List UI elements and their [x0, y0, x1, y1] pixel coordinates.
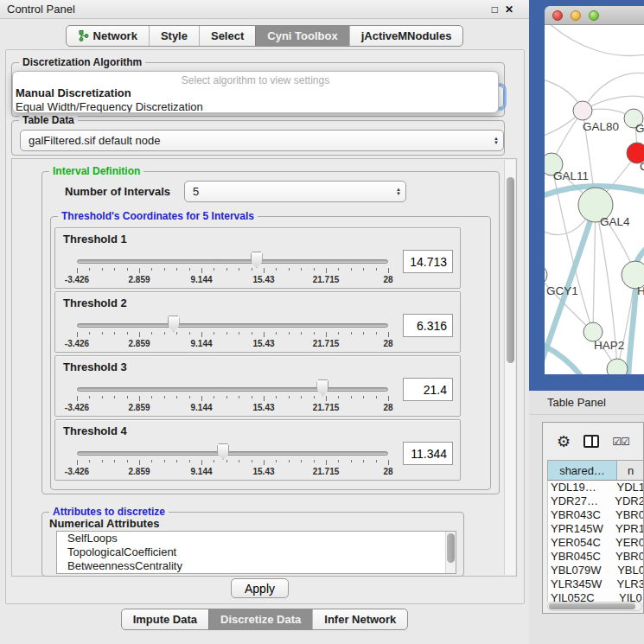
tab-cyni-toolbox[interactable]: Cyni Toolbox	[255, 26, 348, 46]
table-cell-name: YDR2	[613, 494, 644, 508]
number-of-intervals-value: 5	[193, 185, 199, 198]
slider-tick-label: 9.144	[190, 403, 212, 412]
slider-tick-label: -3.426	[65, 275, 89, 284]
threshold-value-field[interactable]	[403, 378, 453, 401]
tab-label: Impute Data	[133, 613, 197, 626]
table-row[interactable]: YBR043CYBR0	[548, 508, 644, 522]
table-header-name[interactable]: n	[617, 461, 644, 480]
slider-track[interactable]	[77, 323, 388, 328]
slider-track[interactable]	[77, 259, 388, 264]
tab-label: Cyni Toolbox	[267, 29, 337, 42]
slider-handle[interactable]	[316, 379, 328, 396]
network-node[interactable]	[573, 101, 592, 120]
table-row[interactable]: YLR345WYLR3	[548, 577, 644, 591]
slider-major-tick	[388, 268, 389, 273]
table-row[interactable]: YBL079WYBL0	[548, 564, 644, 577]
numerical-attributes-list[interactable]: SelfLoopsTopologicalCoefficientBetweenne…	[56, 531, 456, 574]
slider-track[interactable]	[77, 387, 388, 392]
threshold-value-field[interactable]	[403, 314, 453, 337]
slider-tick-label: 15.43	[252, 275, 274, 284]
slider-handle[interactable]	[168, 316, 180, 332]
network-window-titlebar[interactable]	[545, 6, 644, 25]
table-header-shared[interactable]: shared…	[548, 461, 617, 480]
table-row[interactable]: YDL19…YDL1	[548, 481, 644, 494]
close-traffic-light-icon[interactable]	[552, 10, 563, 21]
settings-vertical-scrollbar[interactable]	[504, 160, 515, 575]
scrollbar-thumb[interactable]	[447, 533, 455, 563]
slider-major-tick	[264, 460, 265, 465]
slider-minor-tick	[164, 332, 165, 335]
slider-minor-tick	[314, 268, 315, 271]
slider-minor-tick	[89, 460, 90, 462]
tab-style[interactable]: Style	[149, 26, 199, 46]
slider-minor-tick	[314, 460, 315, 462]
tab-discretize-data[interactable]: Discretize Data	[208, 609, 312, 629]
table-row[interactable]: YDR27…YDR2	[548, 494, 644, 508]
slider-tick-label: 2.859	[128, 403, 150, 412]
slider-minor-tick	[127, 268, 128, 271]
table-data-combo[interactable]: galFiltered.sif default node ▲▼	[20, 130, 504, 151]
attribute-list-item[interactable]: SelfLoops	[57, 532, 456, 545]
threshold-row: Threshold 4-3.4262.8599.14415.4321.71528	[54, 419, 461, 481]
attributes-scrollbar[interactable]	[445, 532, 456, 573]
table-cell-shared: YBR045C	[548, 550, 614, 564]
network-node-label: C	[640, 160, 644, 173]
algorithm-option[interactable]: Manual Discretization	[13, 86, 498, 100]
network-node-label: HAP2	[594, 339, 624, 352]
control-panel-titlebar: Control Panel □ ✕	[0, 0, 529, 19]
number-of-intervals-combo[interactable]: 5 ▲▼	[184, 181, 406, 202]
threshold-row: Threshold 2-3.4262.8599.14415.4321.71528	[54, 291, 461, 353]
algorithm-option[interactable]: Equal Width/Frequency Discretization	[13, 100, 498, 113]
network-node-label: GAL4	[600, 215, 630, 228]
attribute-list-item[interactable]: TopologicalCoefficient	[57, 545, 456, 559]
tab-network[interactable]: Network	[67, 26, 149, 46]
interval-definition-title: Interval Definition	[49, 165, 143, 177]
tab-jactivemnodules[interactable]: jActiveMNodules	[349, 26, 463, 46]
slider-major-tick	[139, 332, 140, 337]
slider-minor-tick	[289, 396, 290, 399]
slider-tick-label: 28	[383, 467, 392, 476]
float-window-icon[interactable]: □	[492, 3, 498, 16]
threshold-value-field[interactable]	[403, 442, 453, 465]
network-node[interactable]	[607, 359, 628, 374]
scrollbar-thumb[interactable]	[507, 177, 514, 363]
table-row[interactable]: YPR145WYPR1	[548, 522, 644, 536]
slider-tick-label: 15.43	[252, 339, 274, 348]
minimize-traffic-light-icon[interactable]	[571, 10, 581, 21]
apply-button[interactable]: Apply	[231, 578, 289, 598]
algorithm-group-title: Discretization Algorithm	[19, 56, 145, 68]
network-node[interactable]	[545, 265, 547, 285]
table-horizontal-scrollbar[interactable]	[547, 602, 642, 611]
tab-impute-data[interactable]: Impute Data	[122, 609, 208, 629]
tab-infer-network[interactable]: Infer Network	[312, 609, 407, 629]
slider-minor-tick	[363, 460, 364, 462]
table-row[interactable]: YBR045CYBR0	[548, 550, 644, 564]
slider-minor-tick	[114, 268, 115, 271]
slider-handle[interactable]	[251, 252, 263, 268]
slider-tick-label: 2.859	[128, 467, 150, 476]
table-row[interactable]: YIL052CYIL0	[548, 591, 644, 602]
scrollbar-thumb[interactable]	[549, 603, 635, 609]
slider-tick-label: 28	[383, 403, 392, 412]
attribute-list-item[interactable]: BetweennessCentrality	[57, 559, 456, 573]
gear-icon[interactable]: ⚙	[557, 432, 571, 451]
slider-major-tick	[326, 268, 327, 273]
tab-label: Network	[93, 29, 137, 42]
column-layout-icon[interactable]	[583, 435, 599, 448]
checkboxes-icon[interactable]: ☑☑	[612, 436, 629, 448]
slider-minor-tick	[376, 460, 377, 462]
network-edge	[545, 343, 581, 374]
slider-minor-tick	[252, 396, 252, 399]
threshold-value-field[interactable]	[403, 250, 453, 273]
zoom-traffic-light-icon[interactable]	[589, 10, 599, 21]
slider-minor-tick	[301, 332, 302, 335]
tab-select[interactable]: Select	[199, 26, 255, 46]
table-row[interactable]: YER054CYER0	[548, 536, 644, 550]
slider-handle[interactable]	[217, 443, 229, 460]
slider-minor-tick	[102, 460, 103, 462]
table-cell-shared: YPR145W	[548, 522, 614, 536]
network-canvas[interactable]: GAL80GACGAL11GAL4GCY1HHAP2	[545, 25, 644, 374]
attributes-group-title: Attributes to discretize	[49, 506, 169, 518]
slider-track[interactable]	[77, 451, 388, 456]
close-window-icon[interactable]: ✕	[505, 3, 513, 16]
